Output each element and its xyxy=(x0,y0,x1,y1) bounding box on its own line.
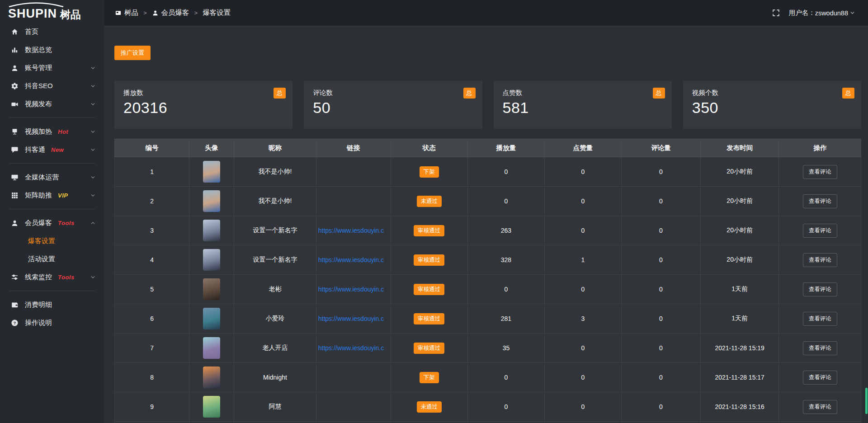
username-prefix: 用户名： xyxy=(789,9,815,17)
cell-action: 查看评论 xyxy=(779,216,861,245)
scrollbar-thumb[interactable] xyxy=(865,388,868,414)
status-badge: 审核通过 xyxy=(414,225,444,236)
breadcrumb-item-0[interactable]: 树品 xyxy=(115,8,138,18)
view-comments-button[interactable]: 查看评论 xyxy=(803,165,837,179)
col-header-avatar: 头像 xyxy=(189,139,234,157)
cell-plays xyxy=(467,422,544,423)
cell-status: 审核通过 xyxy=(391,216,467,245)
sidebar-item-media-operation[interactable]: 全媒体运营 xyxy=(0,168,104,186)
cell-nickname: 我不是小帅! xyxy=(234,187,316,216)
sidebar-item-video-publish[interactable]: 视频发布 xyxy=(0,95,104,113)
view-comments-button[interactable]: 查看评论 xyxy=(803,253,837,267)
col-header-status: 状态 xyxy=(391,139,467,157)
cell-likes: 0 xyxy=(544,334,621,363)
fullscreen-button[interactable] xyxy=(772,9,780,17)
chat-icon xyxy=(11,146,19,154)
view-comments-button[interactable]: 查看评论 xyxy=(803,194,837,208)
breadcrumb-item-2: 爆客设置 xyxy=(203,8,231,18)
video-link[interactable]: https://www.iesdouyin.c xyxy=(318,315,389,322)
stat-value: 20316 xyxy=(123,99,283,117)
cell-nickname: 设置一个新名字 xyxy=(234,216,316,245)
cell-action: 查看评论 xyxy=(779,363,861,392)
sidebar-divider xyxy=(9,118,95,118)
sidebar-item-expense-detail[interactable]: 消费明细 xyxy=(0,296,104,314)
cell-status: 未通过 xyxy=(391,187,467,216)
monitor-icon xyxy=(11,174,19,181)
stat-label: 视频个数 xyxy=(692,89,852,97)
chevron-down-icon xyxy=(90,129,96,135)
cell-status: 审核通过 xyxy=(391,334,467,363)
stat-label: 播放数 xyxy=(123,89,283,97)
cell-nickname: 设置一个新名字 xyxy=(234,245,316,275)
cell-avatar xyxy=(189,334,234,363)
cell-status: 下架 xyxy=(391,363,467,392)
svg-text:?: ? xyxy=(14,320,16,325)
cell-link xyxy=(316,422,391,423)
view-comments-button[interactable]: 查看评论 xyxy=(803,400,837,414)
cell-likes: 0 xyxy=(544,363,621,392)
cell-likes: 0 xyxy=(544,187,621,216)
cell-avatar xyxy=(189,157,234,187)
cell-comments: 0 xyxy=(621,216,700,245)
cell-status: 审核通过 xyxy=(391,275,467,304)
video-link[interactable]: https://www.iesdouyin.c xyxy=(318,344,389,352)
sidebar-item-member-baoke[interactable]: 会员爆客Tools xyxy=(0,214,104,232)
cell-nickname: 阿慧 xyxy=(234,392,316,422)
view-comments-button[interactable]: 查看评论 xyxy=(803,371,837,385)
chevron-down-icon xyxy=(90,101,96,107)
video-link[interactable]: https://www.iesdouyin.c xyxy=(318,286,389,293)
data-table: 编号头像昵称链接状态播放量点赞量评论量发布时间操作1我不是小帅!下架00020小… xyxy=(114,139,861,423)
col-header-time: 发布时间 xyxy=(700,139,778,157)
sidebar-item-label: 会员爆客 xyxy=(25,219,52,227)
sidebar-subitem-baoke-settings[interactable]: 爆客设置 xyxy=(0,232,104,250)
sidebar-item-operation-guide[interactable]: ?操作说明 xyxy=(0,314,104,332)
breadcrumb-item-1[interactable]: 会员爆客 xyxy=(152,8,189,18)
view-comments-button[interactable]: 查看评论 xyxy=(803,224,837,238)
avatar xyxy=(203,278,220,300)
cell-avatar xyxy=(189,304,234,334)
sidebar-item-clue-monitor[interactable]: 线索监控Tools xyxy=(0,268,104,286)
cell-action xyxy=(779,422,861,423)
cell-id: 8 xyxy=(115,363,189,392)
stat-card-1: 评论数50总 xyxy=(304,81,482,129)
video-link[interactable]: https://www.iesdouyin.c xyxy=(318,227,389,234)
stat-card-0: 播放数20316总 xyxy=(114,81,292,129)
stat-value: 350 xyxy=(692,99,852,117)
avatar xyxy=(203,249,220,271)
col-header-likes: 点赞量 xyxy=(544,139,621,157)
sidebar-item-douketong[interactable]: 抖客通New xyxy=(0,141,104,159)
view-comments-button[interactable]: 查看评论 xyxy=(803,282,837,296)
cell-id: 7 xyxy=(115,334,189,363)
chevron-down-icon xyxy=(90,274,96,280)
cell-avatar xyxy=(189,216,234,245)
view-comments-button[interactable]: 查看评论 xyxy=(803,341,837,355)
user-menu[interactable]: 用户名：zswodun88 xyxy=(789,9,855,17)
cell-time: 20小时前 xyxy=(700,157,778,187)
sidebar-item-label: 视频加热 xyxy=(25,127,52,136)
cell-nickname: 我不是小帅! xyxy=(234,157,316,187)
sidebar-subitem-activity-settings[interactable]: 活动设置 xyxy=(0,250,104,268)
cell-likes: 3 xyxy=(544,304,621,334)
cell-status: 未通过 xyxy=(391,392,467,422)
view-comments-button[interactable]: 查看评论 xyxy=(803,312,837,326)
chevron-down-icon xyxy=(90,83,96,89)
breadcrumb: 树品>会员爆客>爆客设置 xyxy=(115,8,231,18)
cell-time: 20小时前 xyxy=(700,216,778,245)
cell-status: 下架 xyxy=(391,157,467,187)
sidebar-item-label: 抖音SEO xyxy=(25,82,53,90)
cell-comments: 0 xyxy=(621,334,700,363)
promo-settings-button[interactable]: 推广设置 xyxy=(114,46,151,60)
table-header-row: 编号头像昵称链接状态播放量点赞量评论量发布时间操作 xyxy=(115,139,861,157)
app-icon xyxy=(115,9,122,16)
sidebar-item-video-heat[interactable]: 视频加热Hot xyxy=(0,122,104,141)
sidebar-item-matrix-boost[interactable]: 矩阵助推VIP xyxy=(0,186,104,204)
sidebar-item-data-overview[interactable]: 数据总览 xyxy=(0,41,104,59)
sidebar-item-douyin-seo[interactable]: 抖音SEO xyxy=(0,77,104,95)
cell-comments: 0 xyxy=(621,245,700,275)
sidebar-item-home[interactable]: 首页 xyxy=(0,23,104,41)
cell-link: https://www.iesdouyin.c xyxy=(316,334,391,363)
video-link[interactable]: https://www.iesdouyin.c xyxy=(318,256,389,263)
cell-comments: 0 xyxy=(621,275,700,304)
sidebar-item-account-manage[interactable]: 账号管理 xyxy=(0,59,104,77)
cell-plays: 328 xyxy=(467,245,544,275)
